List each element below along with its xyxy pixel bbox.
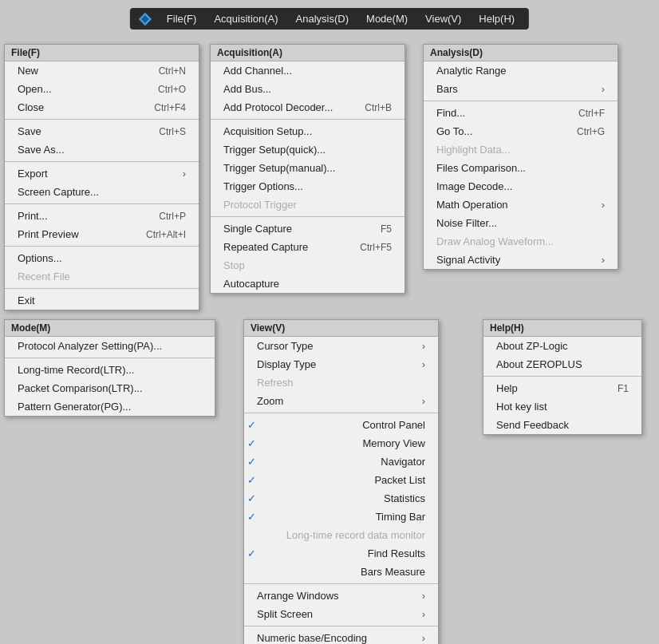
acq-trigger-quick[interactable]: Trigger Setup(quick)... — [211, 140, 404, 159]
analysis-menu-dropdown: Analysis(D) Analytic Range Bars› Find...… — [423, 44, 618, 270]
view-control-panel[interactable]: ✓Control Panel — [244, 416, 438, 434]
view-arrange-windows[interactable]: Arrange Windows› — [244, 587, 438, 605]
acq-sep-2 — [211, 216, 404, 217]
view-display-type[interactable]: Display Type› — [244, 355, 438, 373]
file-open[interactable]: Open...Ctrl+O — [5, 80, 199, 98]
menu-view-button[interactable]: View(V) — [419, 11, 468, 26]
view-menu-dropdown: View(V) Cursor Type› Display Type› Refre… — [243, 319, 439, 644]
view-memory-view[interactable]: ✓Memory View — [244, 434, 438, 452]
help-about-zeroplus[interactable]: About ZEROPLUS — [483, 355, 641, 373]
mode-sep-1 — [5, 358, 215, 358]
menu-mode-button[interactable]: Mode(M) — [360, 11, 414, 26]
app-logo-icon — [138, 12, 152, 26]
help-feedback[interactable]: Send Feedback — [483, 416, 641, 434]
acquisition-menu-dropdown: Acquisition(A) Add Channel... Add Bus...… — [210, 44, 405, 294]
view-split-screen[interactable]: Split Screen› — [244, 605, 438, 623]
analysis-sep-1 — [424, 101, 618, 101]
separator-5 — [5, 288, 199, 289]
separator-2 — [5, 161, 199, 162]
mode-protocol-analyzer[interactable]: Protocol Analyzer Setting(PA)... — [5, 337, 215, 355]
menu-file-button[interactable]: File(F) — [160, 11, 203, 26]
menu-analysis-button[interactable]: Analysis(D) — [290, 11, 355, 26]
view-find-results[interactable]: ✓Find Results — [244, 544, 438, 563]
view-statistics[interactable]: ✓Statistics — [244, 489, 438, 508]
file-save[interactable]: SaveCtrl+S — [5, 122, 199, 140]
acq-repeated-capture[interactable]: Repeated CaptureCtrl+F5 — [211, 238, 404, 256]
file-menu-dropdown: File(F) NewCtrl+N Open...Ctrl+O CloseCtr… — [4, 44, 199, 310]
acq-menu-title: Acquisition(A) — [211, 45, 404, 61]
acq-sep-1 — [211, 119, 404, 120]
view-bars-measure[interactable]: Bars Measure — [244, 563, 438, 581]
file-menu-title: File(F) — [5, 45, 199, 61]
analysis-math-op[interactable]: Math Operation› — [424, 196, 618, 214]
view-ltr-monitor: Long-time record data monitor — [244, 526, 438, 544]
view-cursor-type[interactable]: Cursor Type› — [244, 337, 438, 355]
file-options[interactable]: Options... — [5, 249, 199, 267]
analysis-files-comparison[interactable]: Files Comparison... — [424, 159, 618, 177]
file-exit[interactable]: Exit — [5, 291, 199, 310]
analysis-menu-title: Analysis(D) — [424, 45, 618, 61]
view-refresh: Refresh — [244, 373, 438, 392]
analysis-analytic-range[interactable]: Analytic Range — [424, 61, 618, 80]
analysis-bars[interactable]: Bars› — [424, 80, 618, 98]
view-navigator[interactable]: ✓Navigator — [244, 452, 438, 471]
view-menu-title: View(V) — [244, 320, 438, 337]
view-packet-list[interactable]: ✓Packet List — [244, 471, 438, 489]
mode-packet-comparison[interactable]: Packet Comparison(LTR)... — [5, 379, 215, 397]
view-sep-3 — [244, 626, 438, 626]
mode-pattern-gen[interactable]: Pattern Generator(PG)... — [5, 397, 215, 416]
view-timing-bar[interactable]: ✓Timing Bar — [244, 508, 438, 526]
acq-stop: Stop — [211, 256, 404, 275]
acq-trigger-options[interactable]: Trigger Options... — [211, 177, 404, 196]
help-sep-1 — [483, 376, 641, 377]
mode-menu-dropdown: Mode(M) Protocol Analyzer Setting(PA)...… — [4, 319, 215, 417]
file-new[interactable]: NewCtrl+N — [5, 61, 199, 80]
analysis-image-decode[interactable]: Image Decode... — [424, 177, 618, 196]
mode-ltr[interactable]: Long-time Record(LTR)... — [5, 361, 215, 379]
analysis-draw-waveform: Draw Analog Waveform... — [424, 232, 618, 251]
help-hotkey[interactable]: Hot key list — [483, 397, 641, 416]
analysis-find[interactable]: Find...Ctrl+F — [424, 104, 618, 122]
file-recent: Recent File — [5, 267, 199, 286]
view-sep-1 — [244, 413, 438, 413]
acq-setup[interactable]: Acquisition Setup... — [211, 122, 404, 140]
view-zoom[interactable]: Zoom› — [244, 392, 438, 410]
analysis-signal-activity[interactable]: Signal Activity› — [424, 251, 618, 269]
separator-1 — [5, 119, 199, 120]
file-print[interactable]: Print...Ctrl+P — [5, 207, 199, 225]
help-menu-title: Help(H) — [483, 320, 641, 337]
acq-trigger-manual[interactable]: Trigger Setup(manual)... — [211, 159, 404, 177]
menu-acquisition-button[interactable]: Acquisition(A) — [207, 11, 284, 26]
acq-add-bus[interactable]: Add Bus... — [211, 80, 404, 98]
help-help[interactable]: HelpF1 — [483, 379, 641, 397]
separator-4 — [5, 246, 199, 247]
file-export[interactable]: Export› — [5, 164, 199, 183]
acq-add-channel[interactable]: Add Channel... — [211, 61, 404, 80]
analysis-noise-filter[interactable]: Noise Filter... — [424, 214, 618, 232]
mode-menu-title: Mode(M) — [5, 320, 215, 337]
separator-3 — [5, 203, 199, 204]
acq-add-protocol[interactable]: Add Protocol Decoder...Ctrl+B — [211, 98, 404, 117]
acq-single-capture[interactable]: Single CaptureF5 — [211, 219, 404, 238]
file-close[interactable]: CloseCtrl+F4 — [5, 98, 199, 117]
acq-autocapture[interactable]: Autocapture — [211, 275, 404, 293]
view-numeric-base[interactable]: Numeric base/Encoding› — [244, 629, 438, 644]
acq-protocol-trigger: Protocol Trigger — [211, 196, 404, 214]
analysis-goto[interactable]: Go To...Ctrl+G — [424, 122, 618, 140]
menu-help-button[interactable]: Help(H) — [472, 11, 521, 26]
help-about-zp[interactable]: About ZP-Logic — [483, 337, 641, 355]
file-screen-capture[interactable]: Screen Capture... — [5, 183, 199, 201]
file-print-preview[interactable]: Print PreviewCtrl+Alt+I — [5, 225, 199, 243]
menu-bar: File(F) Acquisition(A) Analysis(D) Mode(… — [130, 8, 529, 30]
help-menu-dropdown: Help(H) About ZP-Logic About ZEROPLUS He… — [483, 319, 642, 435]
view-sep-2 — [244, 583, 438, 584]
file-save-as[interactable]: Save As... — [5, 140, 199, 159]
analysis-highlight: Highlight Data... — [424, 140, 618, 159]
